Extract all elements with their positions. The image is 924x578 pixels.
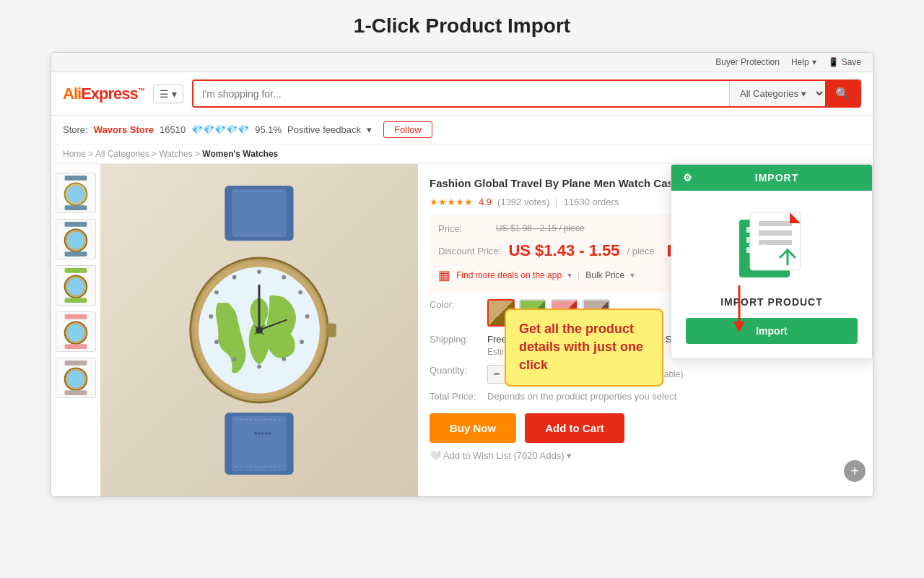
orders: 11630 orders — [564, 197, 619, 207]
price-unit: / piece — [627, 246, 655, 256]
wishlist-text[interactable]: Add to Wish List (7020 Adds) — [443, 450, 565, 461]
bulk-price-link[interactable]: Bulk Price — [585, 270, 624, 280]
color-label: Color: — [430, 299, 480, 310]
svg-point-38 — [214, 290, 219, 295]
svg-point-6 — [67, 232, 84, 249]
total-label: Total Price: — [430, 391, 480, 402]
svg-point-39 — [232, 275, 237, 280]
store-label: Store: — [63, 124, 88, 135]
svg-rect-19 — [65, 390, 87, 395]
svg-rect-58 — [759, 230, 792, 236]
browser-frame: Buyer Protection Help ▾ 📱 Save AliExpres… — [51, 52, 873, 497]
svg-point-50 — [265, 432, 268, 435]
action-buttons: Buy Now Add to Cart — [430, 413, 861, 443]
svg-rect-11 — [65, 298, 87, 303]
page-title: 1-Click Product Import — [354, 14, 570, 38]
category-select[interactable]: All Categories ▾ — [729, 81, 825, 106]
thumbnail-4[interactable] — [56, 311, 96, 352]
svg-point-37 — [209, 314, 213, 319]
content-area: Fashion Global Travel By Plane Men Watch… — [51, 164, 873, 496]
store-id: 16510 — [160, 124, 186, 135]
svg-point-28 — [257, 269, 261, 274]
svg-rect-59 — [759, 240, 792, 245]
breadcrumb: Home > All Categories > Watches > Women'… — [51, 144, 873, 164]
buyer-protection[interactable]: Buyer Protection — [715, 57, 780, 67]
svg-point-18 — [67, 371, 84, 388]
quantity-decrease[interactable]: − — [487, 365, 506, 384]
price-label: Price: — [438, 223, 489, 234]
shipping-label: Shipping: — [430, 334, 480, 345]
rating-number: 4.9 — [479, 197, 492, 207]
store-feedback[interactable]: Positive feedback — [287, 124, 361, 135]
svg-point-29 — [282, 275, 286, 280]
discount-label: Discount Price: — [438, 246, 501, 256]
svg-rect-15 — [65, 344, 87, 349]
import-panel-body: IMPORT PRODUCT Import — [671, 191, 872, 358]
save-link[interactable]: 📱 Save — [828, 57, 861, 67]
search-button[interactable]: 🔍 — [825, 81, 860, 106]
discount-price: US $1.43 - 1.55 — [508, 241, 619, 260]
help-link[interactable]: Help ▾ — [791, 57, 816, 67]
svg-point-42 — [256, 327, 263, 334]
svg-rect-21 — [232, 189, 287, 238]
import-panel-header: ⚙ IMPORT — [671, 165, 872, 191]
svg-rect-12 — [65, 314, 87, 319]
import-button[interactable]: Import — [686, 318, 858, 344]
svg-point-30 — [298, 290, 302, 295]
svg-rect-7 — [65, 251, 87, 256]
search-input[interactable] — [193, 81, 729, 106]
store-bar: Store: Wavors Store 16510 💎💎💎💎💎 95.1% Po… — [51, 116, 873, 144]
main-product-image — [100, 164, 418, 496]
thumbnail-3[interactable] — [56, 265, 96, 306]
svg-point-33 — [282, 357, 286, 361]
svg-point-35 — [232, 357, 237, 361]
store-rating-pct: 95.1% — [255, 124, 282, 135]
breadcrumb-home[interactable]: Home — [63, 149, 86, 159]
wishlist-row[interactable]: 🤍 Add to Wish List (7020 Adds) ▾ — [430, 450, 861, 461]
buy-now-button[interactable]: Buy Now — [430, 413, 516, 443]
add-to-cart-button[interactable]: Add to Cart — [525, 413, 624, 443]
import-panel-title: IMPORT — [755, 172, 798, 184]
svg-rect-4 — [65, 222, 87, 227]
product-thumbnails — [51, 164, 100, 496]
heart-icon: 🤍 — [430, 450, 441, 461]
price-original: US $1.98 - 2.15 / piece — [496, 223, 585, 233]
svg-rect-8 — [65, 268, 87, 273]
deals-link[interactable]: Find more deals on the app — [456, 270, 562, 280]
svg-point-51 — [268, 432, 271, 435]
store-rating-stars: 💎💎💎💎💎 — [191, 124, 249, 135]
svg-point-49 — [261, 432, 264, 435]
menu-icon[interactable]: ☰ ▾ — [153, 85, 183, 103]
thumbnail-2[interactable] — [56, 219, 96, 259]
svg-rect-16 — [65, 361, 87, 366]
svg-rect-3 — [65, 205, 87, 210]
total-row: Total Price: Depends on the product prop… — [430, 391, 861, 402]
store-name[interactable]: Wavors Store — [94, 124, 154, 135]
import-icon-area — [728, 205, 815, 285]
svg-rect-44 — [232, 416, 287, 471]
stars: ★★★★★ — [430, 197, 473, 207]
svg-point-2 — [67, 186, 84, 203]
follow-button[interactable]: Follow — [383, 121, 432, 138]
qr-icon: ▦ — [438, 267, 450, 283]
svg-point-48 — [258, 432, 261, 435]
votes[interactable]: (1392 votes) — [497, 197, 549, 207]
arrow-indicator — [718, 285, 761, 346]
expand-button[interactable]: + — [844, 460, 866, 482]
breadcrumb-all-categories[interactable]: All Categories — [95, 149, 149, 159]
import-panel: ⚙ IMPORT — [671, 164, 873, 359]
total-price: Depends on the product properties you se… — [487, 391, 676, 402]
svg-rect-26 — [326, 323, 336, 337]
svg-point-31 — [305, 314, 310, 319]
thumbnail-1[interactable] — [56, 173, 96, 213]
top-bar: Buyer Protection Help ▾ 📱 Save — [51, 53, 873, 72]
quantity-label: Quantity: — [430, 365, 480, 376]
svg-point-36 — [214, 340, 219, 344]
svg-point-32 — [300, 340, 304, 344]
svg-point-47 — [254, 432, 257, 435]
thumbnail-5[interactable] — [56, 358, 96, 398]
header: AliExpress™ ☰ ▾ All Categories ▾ 🔍 — [51, 72, 873, 116]
gear-icon: ⚙ — [683, 172, 693, 184]
breadcrumb-watches[interactable]: Watches — [159, 149, 192, 159]
svg-rect-57 — [759, 221, 792, 226]
